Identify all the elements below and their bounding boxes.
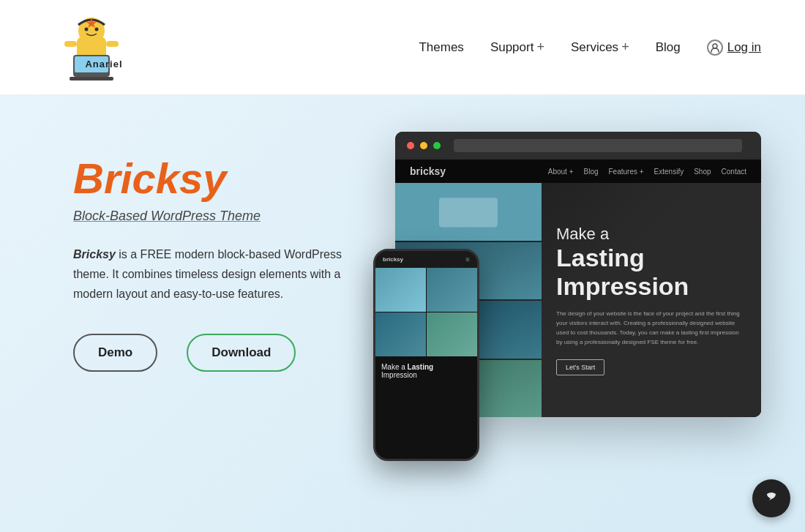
nav-features: Features + bbox=[609, 168, 644, 176]
nav-blog[interactable]: Blog bbox=[656, 40, 681, 55]
chat-icon bbox=[762, 487, 781, 510]
browser-min-dot bbox=[420, 142, 427, 149]
mobile-headline: Make a Lasting Impression bbox=[381, 363, 471, 379]
browser-headline: Make a Lasting Impression bbox=[556, 225, 746, 301]
browser-url-bar bbox=[454, 139, 742, 152]
login-icon bbox=[707, 40, 723, 56]
hero-buttons: Demo Download bbox=[73, 334, 351, 372]
mobile-mockup: bricksy ≡ Make a Lasting Impression bbox=[373, 249, 479, 461]
nav-blog-item: Blog bbox=[583, 168, 598, 176]
svg-point-3 bbox=[95, 27, 99, 31]
svg-point-12 bbox=[713, 44, 717, 48]
hero-subtitle: Block-Based WordPress Theme bbox=[73, 209, 351, 224]
nav-support[interactable]: Support + bbox=[490, 40, 544, 55]
download-button[interactable]: Download bbox=[187, 334, 296, 372]
browser-bar bbox=[395, 132, 761, 160]
nav-services[interactable]: Services + bbox=[571, 40, 629, 55]
mobile-menu-icon: ≡ bbox=[465, 255, 470, 263]
mobile-content: Make a Lasting Impression bbox=[375, 268, 477, 452]
support-plus-icon: + bbox=[536, 40, 544, 55]
demo-button[interactable]: Demo bbox=[73, 334, 157, 372]
nav-themes[interactable]: Themes bbox=[419, 40, 463, 55]
svg-point-2 bbox=[85, 27, 89, 31]
photo-1 bbox=[395, 183, 542, 241]
svg-rect-5 bbox=[64, 41, 77, 47]
svg-rect-9 bbox=[70, 77, 113, 80]
nav-login[interactable]: Log in bbox=[707, 40, 761, 56]
header: DESIGN Anariel Themes Support + Services… bbox=[0, 0, 805, 95]
chat-button[interactable] bbox=[752, 479, 790, 517]
hero-title: Bricksy bbox=[73, 154, 351, 203]
mobile-text: Make a Lasting Impression bbox=[375, 357, 477, 385]
mobile-logo-text: bricksy bbox=[383, 256, 403, 263]
services-plus-icon: + bbox=[621, 40, 629, 55]
nav-extensify: Extensify bbox=[654, 168, 684, 176]
nav-shop: Shop bbox=[694, 168, 711, 176]
browser-body-text: The design of your website is the face o… bbox=[556, 310, 746, 347]
site-logo-text: bricksy bbox=[410, 165, 446, 177]
browser-close-dot bbox=[407, 142, 414, 149]
browser-cta-button: Let's Start bbox=[556, 359, 604, 375]
nav-contact: Contact bbox=[722, 168, 746, 176]
svg-rect-6 bbox=[106, 41, 119, 47]
svg-text:Anariel: Anariel bbox=[85, 59, 122, 70]
mobile-bar: bricksy ≡ bbox=[375, 251, 477, 268]
browser-site-nav: bricksy About + Blog Features + Extensif… bbox=[395, 160, 761, 183]
mobile-photo-4 bbox=[427, 312, 477, 356]
mobile-photo-1 bbox=[375, 268, 426, 312]
mobile-photos bbox=[375, 268, 477, 312]
mobile-photo-2 bbox=[427, 268, 477, 312]
nav: Themes Support + Services + Blog Log in bbox=[419, 40, 761, 56]
hero-right: bricksy About + Blog Features + Extensif… bbox=[395, 132, 761, 417]
browser-hero-text: Make a Lasting Impression The design of … bbox=[542, 183, 761, 417]
hero-section: Bricksy Block-Based WordPress Theme Bric… bbox=[0, 95, 805, 532]
hero-left: Bricksy Block-Based WordPress Theme Bric… bbox=[73, 139, 351, 372]
browser-max-dot bbox=[433, 142, 441, 149]
nav-about: About + bbox=[548, 168, 574, 176]
mobile-photo-3 bbox=[375, 312, 426, 356]
hero-body: Bricksy is a FREE modern block-based Wor… bbox=[73, 244, 351, 304]
mobile-photos-2 bbox=[375, 312, 477, 356]
site-nav-items: About + Blog Features + Extensify Shop C… bbox=[548, 168, 746, 176]
logo[interactable]: DESIGN Anariel bbox=[44, 15, 139, 80]
